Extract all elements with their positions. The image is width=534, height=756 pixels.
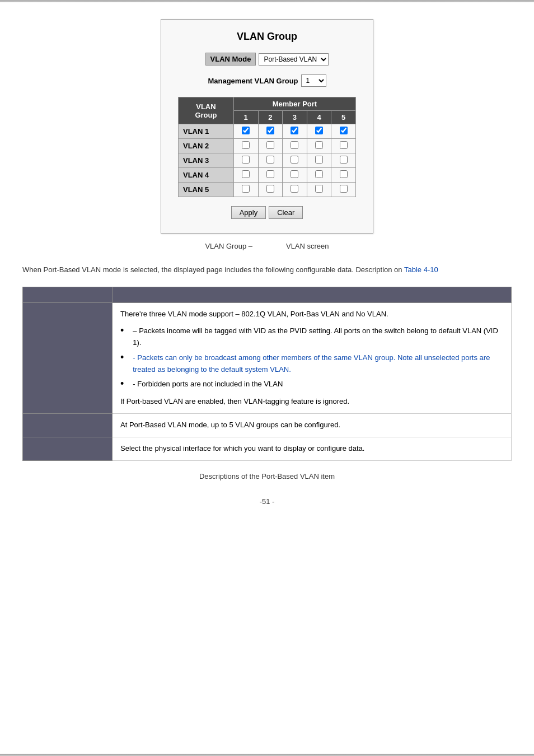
bullet-icon-1: • (120, 325, 124, 335)
vlan5-port2-cell (258, 183, 283, 197)
table-row: Select the physical interface for which … (23, 437, 512, 460)
vlan4-port5-cell (331, 168, 356, 183)
vlan2-port4-checkbox[interactable] (315, 141, 323, 149)
vlan4-port4-checkbox[interactable] (315, 170, 323, 178)
mgmt-vlan-row: Management VLAN Group 1 2 3 4 5 (178, 74, 356, 87)
table-row: VLAN 5 (179, 183, 356, 197)
mgmt-vlan-select[interactable]: 1 2 3 4 5 (301, 74, 326, 87)
vlan4-port3-checkbox[interactable] (291, 170, 298, 178)
vlan-mode-select[interactable]: Port-Based VLAN 802.1Q VLAN No VLAN (259, 53, 329, 66)
vlan3-port1-checkbox[interactable] (242, 156, 250, 164)
vlan2-port5-checkbox[interactable] (340, 141, 348, 149)
vlan-table: VLANGroup Member Port 1 2 3 4 5 VLAN 1 (178, 97, 356, 197)
vlan5-port5-cell (331, 183, 356, 197)
table-link[interactable]: Table 4-10 (404, 265, 438, 274)
vlan5-port5-checkbox[interactable] (340, 185, 348, 193)
bottom-border (0, 754, 534, 756)
vlan-3-name: VLAN 3 (179, 153, 234, 168)
apply-button[interactable]: Apply (231, 206, 266, 219)
table-row: At Port-Based VLAN mode, up to 5 VLAN gr… (23, 414, 512, 437)
vlan-mode-row: VLAN Mode Port-Based VLAN 802.1Q VLAN No… (178, 53, 356, 66)
vlan4-port1-checkbox[interactable] (242, 170, 250, 178)
bullet-icon-2: • (120, 352, 124, 362)
vlan1-port4-checkbox[interactable] (315, 127, 323, 134)
vlan2-port3-checkbox[interactable] (291, 141, 298, 149)
vlan-2-name: VLAN 2 (179, 139, 234, 153)
vlan1-port4-cell (307, 124, 331, 139)
row2-right: At Port-Based VLAN mode, up to 5 VLAN gr… (113, 414, 512, 437)
description-paragraph: When Port-Based VLAN mode is selected, t… (22, 264, 512, 276)
row2-left (23, 414, 113, 437)
vlan5-port4-cell (307, 183, 331, 197)
vlan3-port4-cell (307, 153, 331, 168)
vlan1-port5-checkbox[interactable] (340, 127, 348, 134)
bullet-3-text: - Forbidden ports are not included in th… (133, 379, 283, 390)
vlan5-port3-checkbox[interactable] (291, 185, 298, 193)
row1-right: There're three VLAN mode support – 802.1… (113, 302, 512, 414)
vlan-4-name: VLAN 4 (179, 168, 234, 183)
vlan5-port1-checkbox[interactable] (242, 185, 250, 193)
port-col-4: 4 (307, 111, 331, 124)
vlan-group-col-header: VLANGroup (179, 97, 234, 124)
row3-text: Select the physical interface for which … (120, 444, 364, 452)
bullet-2-text: - Packets can only be broadcast among ot… (133, 352, 503, 376)
vlan4-port2-checkbox[interactable] (266, 170, 274, 178)
row2-text: At Port-Based VLAN mode, up to 5 VLAN gr… (120, 421, 340, 429)
vlan3-port4-checkbox[interactable] (315, 156, 323, 164)
panel-caption-left: VLAN Group – (205, 242, 252, 250)
vlan2-port3-cell (283, 139, 307, 153)
vlan-mode-label: VLAN Mode (205, 53, 256, 66)
info-table: There're three VLAN mode support – 802.1… (22, 287, 512, 461)
vlan4-port5-checkbox[interactable] (340, 170, 348, 178)
vlan-panel-title: VLAN Group (178, 31, 356, 43)
vlan-1-name: VLAN 1 (179, 124, 234, 139)
vlan3-port1-cell (233, 153, 258, 168)
vlan3-port3-checkbox[interactable] (291, 156, 298, 164)
table-caption: Descriptions of the Port-Based VLAN item (22, 472, 512, 480)
bullet-3: • - Forbidden ports are not included in … (120, 379, 503, 390)
table-row: VLAN 2 (179, 139, 356, 153)
table-row: VLAN 1 (179, 124, 356, 139)
vlan1-port1-cell (233, 124, 258, 139)
bullet-1-text: – Packets income will be tagged with VID… (133, 325, 503, 349)
vlan2-port1-checkbox[interactable] (242, 141, 250, 149)
header-left-cell (23, 287, 113, 302)
vlan5-port2-checkbox[interactable] (266, 185, 274, 193)
header-right-cell (113, 287, 512, 302)
vlan2-port2-checkbox[interactable] (266, 141, 274, 149)
vlan5-port3-cell (283, 183, 307, 197)
description-text: When Port-Based VLAN mode is selected, t… (22, 265, 402, 274)
table-row: VLAN 4 (179, 168, 356, 183)
vlan4-port2-cell (258, 168, 283, 183)
vlan-buttons: Apply Clear (178, 206, 356, 219)
vlan-5-name: VLAN 5 (179, 183, 234, 197)
vlan3-port5-checkbox[interactable] (340, 156, 348, 164)
vlan3-port2-cell (258, 153, 283, 168)
vlan2-port4-cell (307, 139, 331, 153)
vlan-panel-wrapper: VLAN Group VLAN Mode Port-Based VLAN 802… (22, 19, 512, 234)
port-col-3: 3 (283, 111, 307, 124)
vlan-panel: VLAN Group VLAN Mode Port-Based VLAN 802… (161, 19, 373, 234)
port-col-1: 1 (233, 111, 258, 124)
vlan5-port4-checkbox[interactable] (315, 185, 323, 193)
vlan1-port1-checkbox[interactable] (242, 127, 250, 134)
vlan2-port5-cell (331, 139, 356, 153)
vlan3-port3-cell (283, 153, 307, 168)
port-col-2: 2 (258, 111, 283, 124)
clear-button[interactable]: Clear (269, 206, 303, 219)
member-port-header: Member Port (233, 97, 355, 111)
vlan2-port1-cell (233, 139, 258, 153)
table-row: There're three VLAN mode support – 802.1… (23, 302, 512, 414)
vlan3-port2-checkbox[interactable] (266, 156, 274, 164)
table-row: VLAN 3 (179, 153, 356, 168)
vlan1-port5-cell (331, 124, 356, 139)
vlan5-port1-cell (233, 183, 258, 197)
panel-caption-right: VLAN screen (286, 242, 329, 250)
page-number: -51 - (22, 497, 512, 517)
vlan4-port3-cell (283, 168, 307, 183)
vlan1-port3-checkbox[interactable] (291, 127, 298, 134)
vlan1-port2-checkbox[interactable] (266, 127, 274, 134)
row3-right: Select the physical interface for which … (113, 437, 512, 460)
bullet-1: • – Packets income will be tagged with V… (120, 325, 503, 349)
vlan3-port5-cell (331, 153, 356, 168)
